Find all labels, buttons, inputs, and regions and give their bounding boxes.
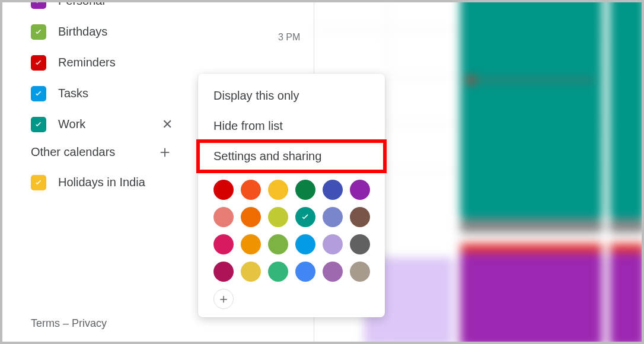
checkbox-icon[interactable] xyxy=(31,55,46,71)
color-swatch[interactable] xyxy=(268,180,288,200)
color-swatch[interactable] xyxy=(268,234,288,254)
color-swatch[interactable] xyxy=(241,234,261,254)
footer-links: Terms – Privacy xyxy=(31,317,107,330)
color-swatch[interactable] xyxy=(295,207,315,227)
color-swatch[interactable] xyxy=(350,234,370,254)
plus-icon[interactable]: ＋ xyxy=(158,145,172,159)
other-calendars-header[interactable]: Other calendars ＋ xyxy=(31,145,192,159)
calendar-row-tasks[interactable]: Tasks xyxy=(31,83,192,104)
calendar-label: Tasks xyxy=(58,87,88,100)
calendar-row-holidays[interactable]: Holidays in India xyxy=(31,172,192,193)
color-picker-grid xyxy=(198,171,385,283)
checkbox-icon[interactable] xyxy=(31,117,46,132)
menu-item-settings-sharing[interactable]: Settings and sharing xyxy=(198,141,385,171)
color-swatch[interactable] xyxy=(213,207,234,227)
calendar-row-birthdays[interactable]: Birthdays xyxy=(31,21,192,42)
color-swatch[interactable] xyxy=(213,180,234,200)
color-swatch[interactable] xyxy=(295,234,315,254)
color-swatch[interactable] xyxy=(213,234,234,254)
color-swatch[interactable] xyxy=(241,180,261,200)
color-swatch[interactable] xyxy=(323,262,343,282)
color-swatch[interactable] xyxy=(213,262,234,282)
calendar-context-menu: Display this only Hide from list Setting… xyxy=(198,74,385,317)
sidebar: Personal Birthdays Reminders Tasks Work … xyxy=(2,2,192,342)
color-swatch[interactable] xyxy=(268,262,288,282)
terms-link[interactable]: Terms xyxy=(31,317,60,329)
close-icon[interactable]: ✕ xyxy=(160,117,174,132)
now-indicator xyxy=(471,79,594,81)
menu-item-hide[interactable]: Hide from list xyxy=(198,111,385,141)
color-swatch[interactable] xyxy=(295,180,315,200)
footer-sep: – xyxy=(60,317,72,329)
my-calendars-list: Personal Birthdays Reminders Tasks Work … xyxy=(31,0,192,135)
calendar-row-personal[interactable]: Personal xyxy=(31,0,192,11)
color-swatch[interactable] xyxy=(241,262,261,282)
calendar-label: Birthdays xyxy=(58,25,107,39)
color-swatch[interactable] xyxy=(323,180,343,200)
menu-item-display-only[interactable]: Display this only xyxy=(198,81,385,111)
color-swatch[interactable] xyxy=(350,262,370,282)
color-swatch[interactable] xyxy=(323,234,343,254)
color-swatch[interactable] xyxy=(350,180,370,200)
checkbox-icon[interactable] xyxy=(31,175,46,190)
calendar-label: Holidays in India xyxy=(58,176,145,189)
privacy-link[interactable]: Privacy xyxy=(72,317,107,329)
add-custom-color-button[interactable]: ＋ xyxy=(213,289,234,309)
calendar-label: Personal xyxy=(58,0,105,8)
other-calendars-list: Holidays in India xyxy=(31,172,192,193)
calendar-row-reminders[interactable]: Reminders xyxy=(31,52,192,73)
color-swatch[interactable] xyxy=(295,262,315,282)
color-swatch[interactable] xyxy=(350,207,370,227)
checkbox-icon[interactable] xyxy=(31,24,46,40)
checkbox-icon[interactable] xyxy=(31,0,46,9)
calendar-label: Reminders xyxy=(58,56,116,69)
color-swatch[interactable] xyxy=(268,207,288,227)
color-swatch[interactable] xyxy=(241,207,261,227)
color-swatch[interactable] xyxy=(323,207,343,227)
calendar-row-work[interactable]: Work ✕ xyxy=(31,114,192,135)
checkbox-icon[interactable] xyxy=(31,86,46,101)
section-title: Other calendars xyxy=(31,145,115,159)
calendar-label: Work xyxy=(58,117,85,131)
